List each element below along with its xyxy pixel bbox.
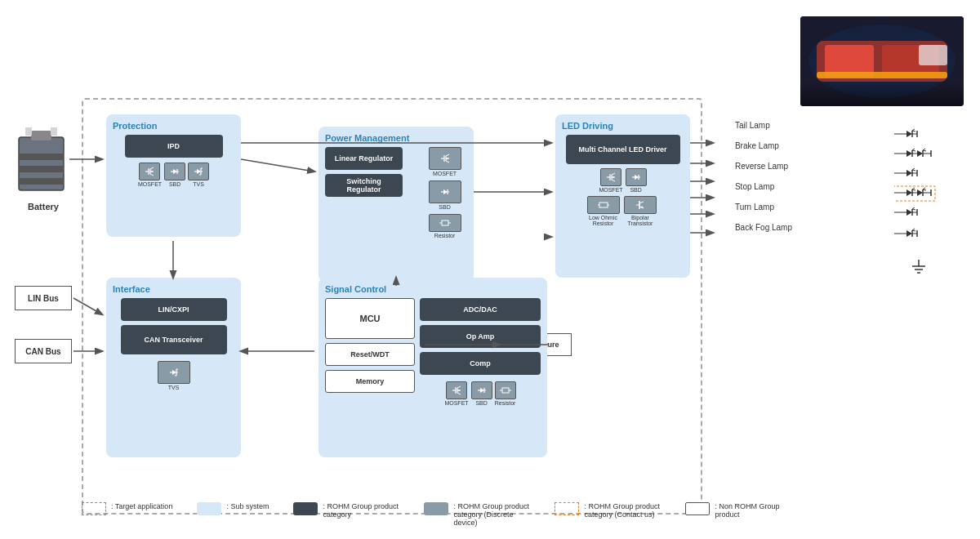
- svg-rect-8: [31, 131, 51, 140]
- power-mgmt-left: Linear Regulator Switching Regulator: [325, 147, 417, 238]
- legend-dotted-box: [555, 502, 579, 515]
- svg-marker-131: [906, 230, 912, 237]
- interface-subsystem: Interface LIN/CXPI CAN Transceiver TVS: [106, 278, 241, 457]
- legend-non-rohm: : Non ROHM Group product: [685, 502, 791, 519]
- back-fog-lamp-label: Back Fog Lamp: [735, 223, 792, 232]
- low-ohmic-icon: [587, 196, 620, 214]
- legend-rohm-product: : ROHM Group product category: [293, 502, 399, 519]
- pm-resistor-label: Resistor: [434, 233, 456, 238]
- legend-rohm-discrete-label: : ROHM Group product category (Discrete …: [453, 502, 530, 527]
- lamp-labels-container: Tail Lamp Brake Lamp Reverse Lamp Stop L…: [735, 121, 792, 232]
- lin-bus-label: LIN Bus: [15, 286, 72, 310]
- svg-rect-122: [894, 186, 935, 201]
- led-mosfet-group: MOSFET: [599, 168, 622, 193]
- legend-dark-box: [293, 502, 318, 515]
- pm-mosfet-label: MOSFET: [433, 171, 457, 176]
- sbd-icon-group: SBD: [164, 163, 185, 187]
- mosfet-label: MOSFET: [138, 181, 162, 187]
- pm-mosfet-group: MOSFET: [422, 147, 467, 176]
- sc-resistor-group: Resistor: [495, 381, 516, 406]
- signal-ctrl-left: MCU Reset/WDT Memory: [325, 298, 415, 406]
- led-mosfet-label: MOSFET: [599, 187, 622, 193]
- linear-regulator: Linear Regulator: [325, 147, 403, 170]
- svg-marker-104: [906, 170, 912, 176]
- power-management-subsystem: Power Management Linear Regulator Switch…: [318, 127, 474, 282]
- tvs-label: TVS: [193, 181, 204, 187]
- legend-white-box: [685, 502, 710, 515]
- adc-dac-component: ADC/DAC: [420, 298, 541, 321]
- sc-mosfet-icon: [446, 381, 467, 399]
- signal-ctrl-icons: MOSFET SBD: [420, 381, 541, 406]
- svg-marker-76: [458, 390, 461, 391]
- legend-container: : Target application : Sub system : ROHM…: [82, 502, 791, 527]
- signal-ctrl-content: MCU Reset/WDT Memory ADC/DAC Op Amp Comp: [325, 298, 541, 406]
- sc-mosfet-group: MOSFET: [444, 381, 468, 406]
- mcu-component: MCU: [325, 298, 415, 339]
- legend-rohm-discrete: : ROHM Group product category (Discrete …: [424, 502, 530, 527]
- pm-resistor-icon: [429, 214, 461, 232]
- sc-resistor-icon: [495, 381, 516, 399]
- ipd-component: IPD: [125, 135, 223, 158]
- svg-line-17: [150, 167, 154, 169]
- sbd-label: SBD: [169, 181, 180, 187]
- legend-target-app: : Target application: [82, 502, 172, 515]
- led-mosfet-icon: [600, 168, 621, 186]
- svg-marker-111: [906, 189, 912, 196]
- low-ohmic-label: Low Ohmic Resistor: [587, 215, 620, 226]
- svg-line-48: [612, 173, 615, 175]
- led-icons-row2: Low Ohmic Resistor Bipolar Transistor: [562, 196, 684, 226]
- svg-rect-9: [19, 154, 64, 160]
- pm-sbd-icon: [429, 180, 461, 203]
- legend-subsystem: : Sub system: [197, 502, 269, 515]
- sc-sbd-group: SBD: [471, 381, 492, 406]
- can-bus-label: CAN Bus: [15, 339, 72, 363]
- legend-target-label: : Target application: [111, 502, 172, 510]
- legend-non-rohm-label: : Non ROHM Group product: [715, 502, 791, 519]
- svg-rect-11: [19, 178, 64, 185]
- svg-marker-97: [917, 150, 923, 157]
- pm-sbd-group: SBD: [422, 180, 467, 210]
- power-mgmt-title: Power Management: [325, 133, 467, 143]
- svg-line-34: [446, 154, 449, 156]
- svg-rect-42: [442, 220, 448, 225]
- svg-marker-85: [906, 131, 912, 137]
- svg-marker-92: [906, 150, 912, 157]
- signal-ctrl-title: Signal Control: [325, 284, 541, 294]
- bipolar-group: Bipolar Transistor: [622, 196, 659, 226]
- switching-regulator: Switching Regulator: [325, 174, 403, 197]
- power-mgmt-right: MOSFET SBD: [422, 147, 467, 238]
- battery-label: Battery: [15, 202, 72, 212]
- low-ohmic-group: Low Ohmic Resistor: [587, 196, 620, 226]
- sbd-icon: [164, 163, 185, 180]
- svg-marker-20: [151, 171, 154, 172]
- svg-line-73: [457, 386, 461, 388]
- pm-sbd-label: SBD: [439, 204, 450, 210]
- mosfet-icon: [139, 163, 160, 180]
- reset-wdt-component: Reset/WDT: [325, 343, 415, 366]
- multi-channel-led-driver: Multi Channel LED Driver: [566, 135, 680, 164]
- stop-lamp-label: Stop Lamp: [735, 182, 792, 191]
- svg-line-49: [612, 180, 615, 181]
- mosfet-icon-group: MOSFET: [138, 163, 162, 187]
- svg-rect-81: [502, 388, 509, 393]
- legend-blue-box: [197, 502, 221, 515]
- svg-marker-22: [173, 169, 177, 174]
- reverse-lamp-label: Reverse Lamp: [735, 162, 792, 171]
- svg-marker-51: [612, 176, 615, 178]
- op-amp-component: Op Amp: [420, 325, 541, 348]
- interface-tvs-icon: [158, 361, 190, 384]
- protection-title: Protection: [113, 121, 234, 131]
- svg-rect-5: [817, 72, 947, 78]
- legend-dashed-box: [82, 502, 106, 515]
- svg-line-18: [150, 174, 154, 176]
- bipolar-label: Bipolar Transistor: [622, 215, 659, 226]
- protection-subsystem: Protection IPD MOSFET: [106, 114, 241, 237]
- led-driving-subsystem: LED Driving Multi Channel LED Driver MOS…: [555, 114, 690, 278]
- legend-subsystem-label: : Sub system: [226, 502, 269, 510]
- battery-block: Battery: [15, 121, 72, 212]
- led-driving-title: LED Driving: [562, 121, 684, 131]
- signal-ctrl-right: ADC/DAC Op Amp Comp: [420, 298, 541, 406]
- main-container: Battery LIN Bus CAN Bus Temperature Prot…: [0, 0, 980, 539]
- svg-marker-37: [447, 158, 449, 159]
- led-sbd-label: SBD: [630, 187, 641, 193]
